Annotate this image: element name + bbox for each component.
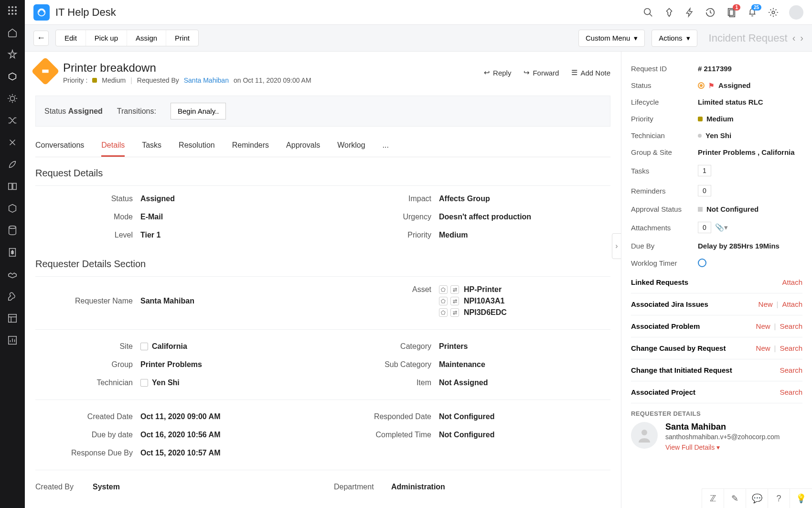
expand-right-panel-button[interactable]: › <box>612 233 621 259</box>
link-icon: ⇄ <box>450 308 459 317</box>
field-label: Urgency <box>334 213 439 221</box>
reply-button[interactable]: ↩Reply <box>484 68 511 77</box>
print-button[interactable]: Print <box>166 30 198 46</box>
add-note-button[interactable]: ☰Add Note <box>571 68 610 77</box>
pin-icon[interactable] <box>664 7 674 18</box>
field-label: Approval Status <box>631 205 693 213</box>
app-logo-icon <box>33 4 50 21</box>
bolt-icon[interactable] <box>685 7 694 18</box>
field-value: Printer Problems <box>140 360 202 369</box>
asset-item[interactable]: ⬠⇄NPI10A3A1 <box>439 297 507 305</box>
layout-icon[interactable] <box>7 313 18 324</box>
tab-approvals[interactable]: Approvals <box>286 135 320 157</box>
book-icon[interactable] <box>7 181 18 192</box>
database-icon[interactable] <box>7 225 18 236</box>
priority-swatch-icon <box>698 117 703 121</box>
field-label: Group <box>35 360 140 369</box>
rocket-icon[interactable] <box>7 159 18 170</box>
cube-icon[interactable] <box>7 203 18 214</box>
reminders-count[interactable]: 0 <box>698 185 711 196</box>
bulb-icon[interactable]: 💡 <box>790 489 812 508</box>
attachments-count[interactable]: 0 <box>698 222 711 233</box>
bell-icon[interactable]: 25 <box>747 7 758 18</box>
field-value: Santa Mahiban <box>140 297 194 305</box>
tab-more[interactable]: ... <box>383 135 389 157</box>
problem-section: Associated Problem <box>631 322 700 330</box>
tools-icon[interactable] <box>7 137 18 148</box>
app-grid-icon[interactable] <box>7 5 18 16</box>
new-link[interactable]: New <box>759 300 773 308</box>
tab-tasks[interactable]: Tasks <box>142 135 161 157</box>
edit-button[interactable]: Edit <box>56 30 86 46</box>
new-link[interactable]: New <box>756 344 770 352</box>
svg-point-5 <box>15 10 17 11</box>
asset-item[interactable]: ⬠⇄NPI3D6EDC <box>439 308 507 317</box>
search-link[interactable]: Search <box>780 322 802 330</box>
tab-conversations[interactable]: Conversations <box>35 135 84 157</box>
bug-icon[interactable] <box>7 93 18 104</box>
field-value: Medium <box>439 231 468 239</box>
help-icon[interactable]: ? <box>768 489 790 508</box>
svg-point-2 <box>15 6 17 8</box>
field-label: Due by date <box>35 431 140 439</box>
svg-point-0 <box>8 6 10 8</box>
user-avatar[interactable] <box>789 5 803 20</box>
gear-icon[interactable] <box>768 7 779 18</box>
chart-icon[interactable] <box>7 335 18 346</box>
requester-link[interactable]: Santa Mahiban <box>184 76 229 84</box>
back-button[interactable]: ← <box>33 31 49 46</box>
app-title: IT Help Desk <box>55 6 116 19</box>
search-link[interactable]: Search <box>780 344 802 352</box>
svg-point-8 <box>15 13 17 15</box>
linked-requests-section: Linked Requests <box>631 278 688 286</box>
assign-button[interactable]: Assign <box>127 30 166 46</box>
tab-reminders[interactable]: Reminders <box>232 135 269 157</box>
home-icon[interactable] <box>7 27 18 38</box>
next-record-button[interactable]: › <box>800 32 803 43</box>
asset-item[interactable]: ⬠⇄HP-Printer <box>439 285 507 294</box>
attach-link[interactable]: Attach <box>782 300 802 308</box>
prev-record-button[interactable]: ‹ <box>792 32 796 43</box>
star-icon[interactable] <box>7 49 18 60</box>
attach-link[interactable]: Attach <box>782 278 802 286</box>
timer-icon[interactable] <box>698 259 706 267</box>
tab-worklog[interactable]: Worklog <box>337 135 365 157</box>
search-link[interactable]: Search <box>780 388 802 396</box>
tab-resolution[interactable]: Resolution <box>179 135 215 157</box>
handshake-icon[interactable] <box>7 269 18 280</box>
field-value: Not Configured <box>439 431 494 439</box>
view-full-details-link[interactable]: View Full Details▾ <box>665 443 780 451</box>
history-icon[interactable] <box>705 7 716 18</box>
field-value: Oct 15, 2020 10:57 AM <box>140 449 221 457</box>
field-value: System <box>93 483 120 491</box>
tasks-count[interactable]: 1 <box>698 165 711 176</box>
actions-dropdown[interactable]: Actions▾ <box>652 30 697 47</box>
search-link[interactable]: Search <box>780 366 802 374</box>
paperclip-icon[interactable]: 📎▾ <box>715 223 728 232</box>
tab-details[interactable]: Details <box>101 135 125 157</box>
wrench-icon[interactable] <box>7 291 18 302</box>
forward-button[interactable]: ↪Forward <box>524 68 559 77</box>
search-icon[interactable] <box>643 7 653 18</box>
svg-point-7 <box>11 13 13 15</box>
field-value: Printers <box>439 342 468 351</box>
docs-icon[interactable]: 1 <box>726 7 737 18</box>
field-label: Requester Name <box>35 297 140 305</box>
field-value: Oct 16, 2020 10:56 AM <box>140 431 221 439</box>
section-request-details: Request Details <box>25 157 621 184</box>
ticket-icon[interactable] <box>7 71 18 82</box>
chat-icon[interactable]: 💬 <box>746 489 768 508</box>
square-icon <box>698 207 703 212</box>
ticket-title: Printer breakdown <box>63 61 476 75</box>
new-link[interactable]: New <box>756 322 770 330</box>
pickup-button[interactable]: Pick up <box>86 30 127 46</box>
invoice-icon[interactable]: $ <box>7 247 18 258</box>
custom-menu-dropdown[interactable]: Custom Menu▾ <box>578 30 645 47</box>
svg-point-16 <box>644 8 651 14</box>
begin-analysis-button[interactable]: Begin Analy.. <box>171 103 226 119</box>
compose-icon[interactable]: ✎ <box>724 489 746 508</box>
shuffle-icon[interactable] <box>7 115 18 126</box>
field-value: Not Configured <box>698 205 802 213</box>
docs-badge: 1 <box>733 4 740 11</box>
translate-icon[interactable]: ℤ <box>702 489 724 508</box>
